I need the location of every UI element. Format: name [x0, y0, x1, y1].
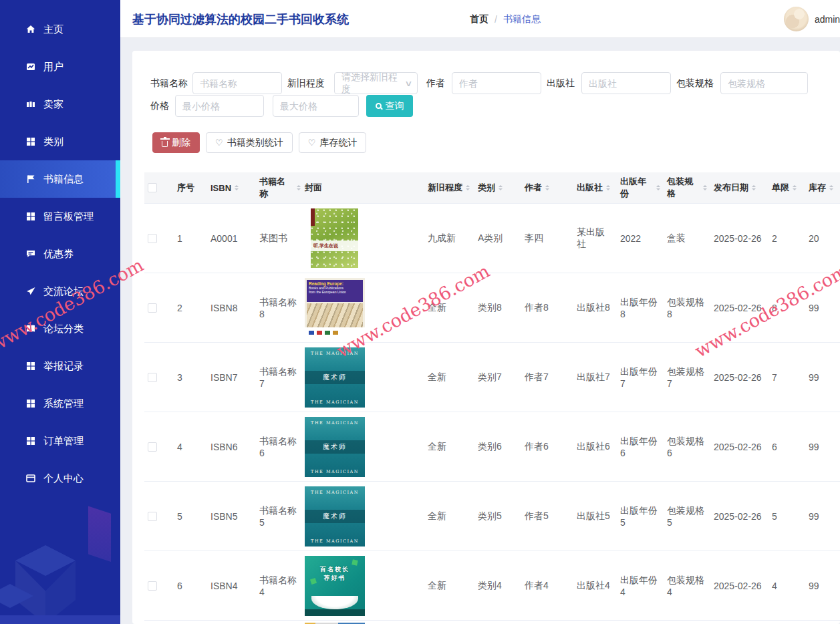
sort-caret-icon[interactable]: [499, 185, 503, 190]
cell-author: 李四: [518, 204, 570, 273]
cell-isbn: ISBN4: [204, 551, 253, 620]
cell-publisher: 出版社5: [570, 482, 613, 551]
cell-condition: 全新: [421, 482, 471, 551]
message-board-icon: [25, 211, 36, 222]
cell-category: 类别8: [471, 273, 518, 342]
category-stats-button[interactable]: ♡ 书籍类别统计: [206, 132, 293, 153]
sort-caret-icon[interactable]: [545, 185, 549, 190]
book-name-input[interactable]: [192, 72, 282, 94]
sidebar-item-users[interactable]: 用户: [0, 48, 120, 86]
column-header-condition[interactable]: 新旧程度: [421, 172, 471, 203]
sidebar-item-forum[interactable]: 交流论坛: [0, 273, 120, 310]
book-cover-image[interactable]: THE MAGICIAN魔术师THE MAGICIAN: [305, 347, 365, 408]
breadcrumb-current: 书籍信息: [503, 13, 541, 25]
sidebar-item-label: 卖家: [43, 98, 63, 111]
user-avatar[interactable]: [784, 7, 809, 31]
column-header-label: 作者: [525, 182, 542, 194]
cell-packaging: 包装规格8: [660, 273, 707, 342]
column-header-publish_date[interactable]: 发布日期: [707, 172, 765, 203]
sidebar-item-profile[interactable]: 个人中心: [0, 460, 120, 497]
book-cover-image[interactable]: 听,学生在说: [311, 208, 358, 268]
breadcrumb-home[interactable]: 首页: [470, 13, 488, 25]
column-header-name[interactable]: 书籍名称: [253, 172, 301, 203]
stock-stats-button[interactable]: ♡ 库存统计: [299, 132, 367, 153]
cell-category: 类别5: [471, 482, 518, 551]
sort-caret-icon[interactable]: [466, 185, 470, 190]
sidebar-item-forum-category[interactable]: 论坛分类: [0, 310, 120, 347]
row-checkbox[interactable]: [148, 581, 157, 591]
column-header-limit[interactable]: 单限: [765, 172, 802, 203]
author-input[interactable]: [452, 72, 541, 94]
heart-icon: ♡: [308, 138, 316, 148]
user-name: admin: [815, 14, 840, 25]
column-header-category[interactable]: 类别: [471, 172, 518, 203]
sidebar-item-message-board[interactable]: 留言板管理: [0, 198, 120, 235]
book-cover-image[interactable]: THE MAGICIAN魔术师THE MAGICIAN: [305, 417, 365, 477]
row-checkbox[interactable]: [148, 373, 157, 382]
cell-name: 书籍名称4: [253, 551, 301, 620]
row-checkbox[interactable]: [148, 303, 157, 313]
condition-select[interactable]: 请选择新旧程度 ∨: [334, 72, 418, 94]
cell-index: 1: [170, 204, 204, 273]
sort-caret-icon[interactable]: [793, 185, 797, 190]
condition-label: 新旧程度: [287, 72, 325, 94]
cell-limit: 2: [765, 204, 802, 273]
sort-caret-icon[interactable]: [235, 185, 239, 190]
user-menu[interactable]: admin: [784, 7, 840, 31]
sidebar-item-home[interactable]: 主页: [0, 11, 120, 48]
column-header-label: 书籍名称: [259, 176, 293, 200]
page-title: 基于协同过滤算法的校园二手书回收系统: [132, 11, 349, 27]
sidebar-item-system[interactable]: 系统管理: [0, 385, 120, 422]
publisher-input[interactable]: [581, 72, 671, 94]
column-header-year[interactable]: 出版年份: [613, 172, 660, 203]
sidebar-item-report[interactable]: 举报记录: [0, 347, 120, 385]
cell-isbn: ISBN8: [204, 273, 253, 342]
column-header-stock[interactable]: 库存: [802, 172, 840, 203]
book-cover-image[interactable]: 百名校长荐好书: [305, 556, 365, 616]
search-button[interactable]: 查询: [366, 95, 413, 117]
sidebar-item-label: 个人中心: [43, 472, 84, 485]
sidebar-item-coupon[interactable]: 优惠券: [0, 235, 120, 273]
sidebar-item-category[interactable]: 类别: [0, 123, 120, 160]
sort-caret-icon[interactable]: [829, 185, 833, 190]
cell-name: 书籍名称7: [253, 343, 301, 412]
delete-button[interactable]: 删除: [152, 132, 200, 153]
book-table: 序号ISBN书籍名称封面新旧程度类别作者出版社出版年份包装规格发布日期单限库存1…: [144, 172, 840, 624]
author-label: 作者: [426, 72, 445, 94]
sidebar-item-order[interactable]: 订单管理: [0, 422, 120, 460]
row-checkbox[interactable]: [148, 512, 157, 521]
row-checkbox[interactable]: [148, 234, 157, 243]
book-info-icon: [25, 174, 36, 184]
cell-publish_date: 2025-02-26: [707, 551, 765, 620]
column-header-label: 发布日期: [714, 182, 748, 194]
column-header-isbn[interactable]: ISBN: [204, 172, 253, 203]
content-panel: 书籍名称 新旧程度 请选择新旧程度 ∨ 作者 出版社 包装规格 价格 查询 删除…: [132, 51, 840, 624]
cell-publish_date: 2025-02-26: [707, 343, 765, 412]
heart-icon: ♡: [215, 138, 223, 148]
price-max-input[interactable]: [273, 95, 359, 117]
row-checkbox[interactable]: [148, 442, 157, 452]
sort-caret-icon[interactable]: [752, 185, 756, 190]
sort-caret-icon[interactable]: [606, 185, 610, 190]
sidebar-item-book-info[interactable]: 书籍信息: [0, 160, 120, 198]
table-row: 3ISBN7书籍名称7THE MAGICIAN魔术师THE MAGICIAN全新…: [144, 343, 840, 412]
users-icon: [25, 61, 36, 72]
cell-isbn: A0001: [204, 204, 253, 273]
price-min-input[interactable]: [175, 95, 264, 117]
column-header-packaging[interactable]: 包装规格: [660, 172, 707, 203]
select-all-checkbox[interactable]: [148, 183, 157, 192]
cell-condition: 全新: [421, 273, 471, 342]
column-header-publisher[interactable]: 出版社: [570, 172, 613, 203]
packaging-input[interactable]: [720, 72, 808, 94]
search-button-label: 查询: [386, 100, 404, 112]
column-header-author[interactable]: 作者: [518, 172, 570, 203]
cell-condition: 全新: [421, 551, 471, 620]
cell-limit: 8: [765, 273, 802, 342]
cell-stock: 99: [802, 482, 840, 551]
sidebar-item-label: 举报记录: [43, 360, 84, 373]
book-cover-image[interactable]: THE MAGICIAN魔术师THE MAGICIAN: [305, 486, 365, 547]
sidebar-item-label: 用户: [43, 61, 63, 73]
book-cover-image[interactable]: Reading Europe:Books and Publicationsfro…: [305, 278, 365, 338]
breadcrumb-separator: /: [495, 14, 497, 25]
sidebar-item-seller[interactable]: 卖家: [0, 86, 120, 123]
